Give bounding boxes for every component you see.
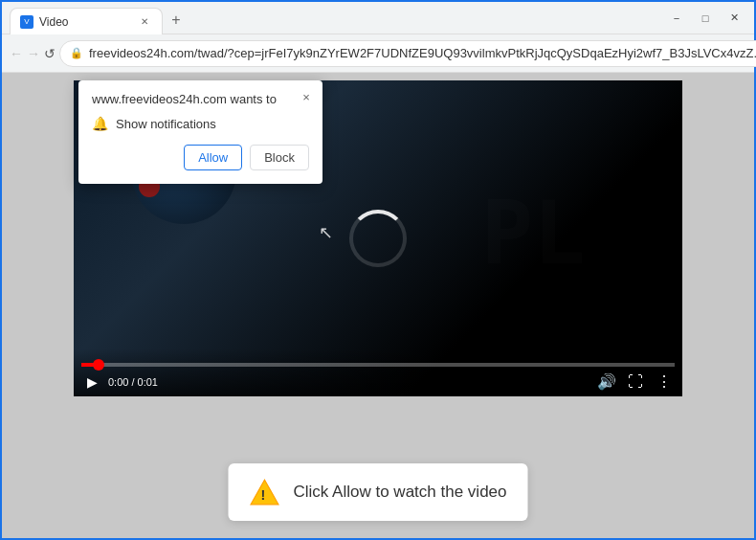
favicon-letter: V bbox=[24, 17, 29, 26]
tab-strip: V Video ✕ + bbox=[10, 2, 664, 34]
svg-text:!: ! bbox=[261, 487, 266, 503]
svg-text:PL: PL bbox=[481, 183, 585, 282]
video-controls: ▶ 0:00 / 0:01 🔊 ⛶ ⋮ bbox=[74, 349, 682, 396]
notification-popup: × www.freevideos24h.com wants to 🔔 Show … bbox=[78, 80, 322, 184]
tab-favicon: V bbox=[20, 15, 33, 29]
volume-button[interactable]: 🔊 bbox=[596, 372, 617, 391]
popup-buttons: Allow Block bbox=[92, 145, 309, 170]
warning-text: Click Allow to watch the video bbox=[294, 483, 507, 502]
popup-close-button[interactable]: × bbox=[298, 88, 315, 105]
title-bar: V Video ✕ + − □ ✕ bbox=[2, 2, 754, 34]
refresh-button[interactable]: ↺ bbox=[44, 40, 56, 67]
video-time: 0:00 / 0:01 bbox=[108, 376, 590, 388]
window-controls: − □ ✕ bbox=[664, 6, 746, 31]
minimize-button[interactable]: − bbox=[664, 6, 689, 31]
bell-icon: 🔔 bbox=[92, 116, 108, 131]
close-button[interactable]: ✕ bbox=[722, 6, 746, 31]
browser-tab[interactable]: V Video ✕ bbox=[10, 8, 163, 34]
tab-title: Video bbox=[39, 15, 131, 29]
forward-button[interactable]: → bbox=[27, 40, 40, 67]
cursor-indicator: ↖ bbox=[319, 222, 333, 243]
lock-icon: 🔒 bbox=[70, 47, 83, 59]
play-button[interactable]: ▶ bbox=[81, 374, 102, 390]
progress-fill bbox=[81, 363, 93, 367]
video-controls-right: 🔊 ⛶ ⋮ bbox=[596, 372, 675, 391]
more-options-button[interactable]: ⋮ bbox=[654, 372, 675, 391]
warning-icon: ! bbox=[250, 477, 280, 507]
controls-row: ▶ 0:00 / 0:01 🔊 ⛶ ⋮ bbox=[81, 372, 675, 391]
popup-permission-row: 🔔 Show notifications bbox=[92, 116, 309, 131]
address-bar[interactable]: 🔒 freevideos24h.com/twad/?cep=jrFeI7yk9n… bbox=[59, 40, 756, 67]
video-watermark: PL bbox=[472, 168, 625, 309]
tab-close-button[interactable]: ✕ bbox=[137, 14, 152, 30]
back-button[interactable]: ← bbox=[10, 40, 23, 67]
page-content: × www.freevideos24h.com wants to 🔔 Show … bbox=[2, 73, 754, 538]
warning-banner: ! Click Allow to watch the video bbox=[229, 463, 528, 521]
browser-window: V Video ✕ + − □ ✕ ← → ↺ 🔒 freevideos24h.… bbox=[0, 0, 756, 540]
block-button[interactable]: Block bbox=[250, 145, 309, 170]
loading-spinner bbox=[349, 210, 407, 267]
fullscreen-button[interactable]: ⛶ bbox=[625, 373, 646, 391]
progress-dot bbox=[93, 359, 104, 371]
omnibar: ← → ↺ 🔒 freevideos24h.com/twad/?cep=jrFe… bbox=[2, 34, 754, 73]
maximize-button[interactable]: □ bbox=[693, 6, 718, 31]
url-text: freevideos24h.com/twad/?cep=jrFeI7yk9nZY… bbox=[89, 46, 756, 60]
popup-permission-text: Show notifications bbox=[116, 117, 216, 131]
popup-site-text: www.freevideos24h.com wants to bbox=[92, 92, 309, 106]
progress-bar[interactable] bbox=[81, 363, 675, 367]
new-tab-button[interactable]: + bbox=[163, 7, 189, 34]
allow-button[interactable]: Allow bbox=[184, 145, 242, 170]
